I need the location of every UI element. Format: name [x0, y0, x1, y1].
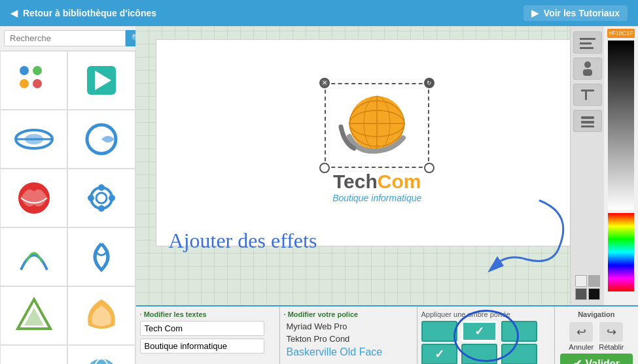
list-item[interactable]	[0, 110, 67, 169]
person-tool-button[interactable]	[573, 58, 602, 80]
icon-sidebar: 🔍	[0, 26, 136, 364]
main-layout: 🔍	[0, 26, 638, 364]
logo-text: Tech Com Boutique informatique	[332, 171, 421, 203]
shadow-option-1[interactable]	[421, 321, 457, 342]
font-item-myriad[interactable]: Myriad Web Pro	[284, 321, 413, 332]
undo-icon: ↩	[569, 322, 593, 342]
back-label: Retour à bibliothèque d'icônes	[23, 8, 156, 18]
color-hex-display[interactable]: #F18C1F	[607, 29, 635, 38]
font-section: · Modifier votre police Myriad Web Pro T…	[280, 306, 417, 364]
svg-point-23	[86, 359, 117, 364]
list-item[interactable]	[67, 169, 135, 227]
search-icon: 🔍	[131, 33, 136, 43]
search-bar: 🔍	[0, 26, 135, 51]
logo-preview: ✕ ↻ Tech Com Boutique informatique	[325, 83, 429, 203]
text-inputs	[140, 321, 275, 354]
text-tech: Tech	[333, 171, 378, 193]
validate-button[interactable]: ✔ Valider	[560, 354, 633, 364]
list-item[interactable]	[67, 345, 135, 364]
back-icon: ◀	[10, 8, 18, 18]
list-item[interactable]	[0, 169, 67, 227]
list-item[interactable]	[0, 345, 67, 364]
shadow-grid	[421, 321, 539, 364]
color-swatch-white[interactable]	[575, 275, 587, 287]
canvas-wrapper: ✕ ↻ Tech Com Boutique informatique	[136, 26, 638, 305]
center-panel: ✕ ↻ Tech Com Boutique informatique	[136, 26, 638, 364]
list-item[interactable]	[0, 227, 67, 286]
search-input[interactable]	[4, 30, 126, 46]
shadow-option-2[interactable]	[461, 321, 497, 342]
text-com: Com	[378, 171, 421, 193]
text-input-2[interactable]	[140, 339, 264, 354]
color-swatch-gray[interactable]	[588, 275, 600, 287]
svg-marker-33	[487, 256, 504, 273]
font-item-tekton[interactable]: Tekton Pro Cond	[284, 333, 413, 344]
svg-point-16	[109, 195, 115, 201]
list-item[interactable]	[0, 286, 67, 345]
svg-rect-41	[581, 116, 594, 119]
selection-box	[325, 83, 429, 168]
font-title: · Modifier votre police	[284, 310, 413, 318]
handle-rotate[interactable]: ↻	[424, 78, 434, 88]
font-item-baskerville[interactable]: Baskerville Old Face	[284, 346, 413, 359]
svg-point-12	[96, 193, 107, 203]
shadow-option-3[interactable]	[501, 321, 537, 342]
search-button[interactable]: 🔍	[126, 30, 136, 46]
font-list: Myriad Web Pro Tekton Pro Cond Baskervil…	[284, 321, 413, 360]
align-icon	[580, 36, 595, 49]
svg-rect-38	[583, 69, 592, 76]
add-effects-label: Ajouter des effets	[169, 229, 317, 253]
list-item[interactable]	[67, 51, 135, 110]
svg-rect-43	[581, 125, 594, 127]
selected-icon[interactable]: ✕ ↻	[325, 83, 429, 168]
shadow-option-6[interactable]	[501, 344, 537, 364]
black-white-gradient[interactable]	[608, 41, 634, 210]
undo-button[interactable]: ↩ Annuler	[569, 322, 594, 351]
redo-icon: ↪	[599, 322, 623, 342]
back-button[interactable]: ◀ Retour à bibliothèque d'icônes	[10, 8, 156, 18]
layers-tool-button[interactable]	[573, 110, 602, 132]
list-item[interactable]	[67, 227, 135, 286]
svg-point-0	[20, 66, 29, 75]
svg-rect-40	[585, 90, 587, 100]
nav-buttons: ↩ Annuler ↪ Rétablir	[569, 322, 624, 351]
handle-br[interactable]	[424, 163, 434, 173]
text-input-1[interactable]	[140, 321, 264, 336]
nav-title: Navigation	[578, 310, 614, 318]
svg-point-13	[98, 184, 105, 191]
svg-point-3	[33, 79, 42, 88]
list-item[interactable]	[0, 51, 67, 110]
shadow-title: Appliquer une ombre portée	[421, 310, 550, 318]
text-icon	[580, 87, 595, 103]
icon-grid	[0, 51, 135, 364]
svg-point-15	[88, 195, 94, 201]
color-swatch-darkgray[interactable]	[575, 288, 587, 300]
layers-icon	[580, 114, 595, 127]
shadow-option-5[interactable]	[461, 344, 497, 364]
svg-point-2	[20, 79, 29, 88]
color-grid	[575, 275, 600, 300]
text-tool-button[interactable]	[573, 84, 602, 106]
svg-point-1	[33, 66, 42, 75]
validate-label: Valider	[586, 358, 620, 365]
text-boutique: Boutique informatique	[332, 193, 421, 203]
tutorials-button[interactable]: ▶ Voir les Tutoriaux	[523, 5, 628, 21]
color-spectrum[interactable]	[608, 213, 634, 291]
list-item[interactable]	[67, 110, 135, 169]
shadow-option-4[interactable]	[421, 344, 457, 364]
color-panel: #F18C1F	[604, 26, 638, 305]
text-edit-section: · Modifier les textes	[136, 306, 280, 364]
align-tool-button[interactable]	[573, 31, 602, 54]
nav-section: Navigation ↩ Annuler ↪ Rétablir ✔ Valide…	[555, 306, 638, 364]
bottom-bar: · Modifier les textes · Modifier votre p…	[136, 305, 638, 364]
svg-rect-39	[581, 90, 594, 91]
tools-panel	[570, 26, 604, 305]
color-swatch-black[interactable]	[588, 288, 600, 300]
validate-checkmark: ✔	[573, 357, 582, 364]
svg-rect-35	[580, 42, 592, 44]
redo-button[interactable]: ↪ Rétablir	[599, 322, 624, 351]
handle-tl[interactable]: ✕	[319, 78, 330, 88]
list-item[interactable]	[67, 286, 135, 345]
handle-bl[interactable]	[319, 163, 330, 173]
svg-point-37	[584, 61, 591, 68]
